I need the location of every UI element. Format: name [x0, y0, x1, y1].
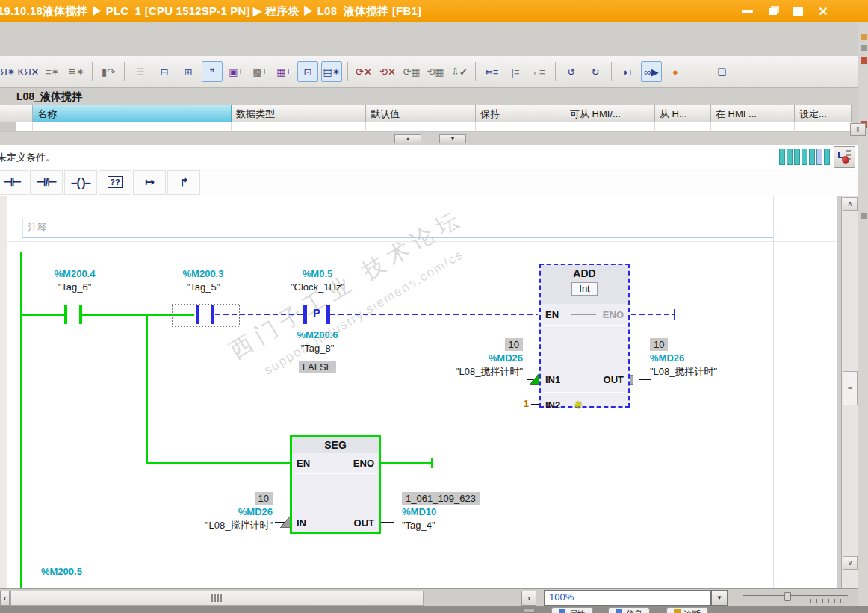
compare-icon[interactable]: ◑+	[617, 61, 638, 82]
keep-actual-values-icon[interactable]: ▮↷	[98, 61, 119, 82]
operand-seg-in[interactable]: 10 %MD26 "L08_搅拌计时"	[146, 492, 273, 532]
col-retain[interactable]	[476, 122, 565, 132]
editor-layout-icon[interactable]: ❏	[711, 61, 732, 82]
assignment-list-icon[interactable]: ⌐≡	[529, 61, 550, 82]
add-row-icon[interactable]: ≣✶	[66, 61, 87, 82]
col-setpoint[interactable]	[795, 122, 852, 132]
col-writable-hmi[interactable]	[655, 122, 711, 132]
col-marker[interactable]	[16, 105, 33, 122]
col-accessible-hmi[interactable]	[565, 122, 655, 132]
operand-clock1hz[interactable]: %M0.5 "Clock_1Hz"	[265, 267, 370, 294]
collapse-networks-icon[interactable]: ⊟	[154, 61, 175, 82]
scroll-left-icon[interactable]: ‹	[0, 591, 10, 606]
operand-tag5[interactable]: %M200.3 "Tag_5"	[151, 267, 255, 294]
col-setpoint[interactable]: 设定...	[795, 105, 852, 122]
update-block-call-icon[interactable]: ⟳▦	[401, 61, 422, 82]
network-list-icon[interactable]: ☰	[130, 61, 151, 82]
scroll-down-icon[interactable]: ∨	[843, 556, 858, 570]
splitter-down-icon[interactable]: ▼	[439, 134, 466, 143]
col-accessible-hmi[interactable]: 可从 HMI/...	[565, 105, 655, 122]
breakpoint-button[interactable]	[834, 146, 855, 168]
snapshot-icon[interactable]: ⟲▦	[425, 61, 446, 82]
col-default[interactable]	[366, 122, 476, 132]
consistency-check-icon[interactable]: ⇩✔	[449, 61, 470, 82]
close-branch-button[interactable]: ↱	[167, 170, 200, 195]
insert-row-icon[interactable]: ≡✶	[42, 61, 63, 82]
zoom-slider-thumb[interactable]	[784, 592, 791, 601]
prev-error-icon[interactable]: ⟲✕	[377, 61, 398, 82]
expand-networks-icon[interactable]: ⊞	[178, 61, 199, 82]
operand-add-in2-constant[interactable]: 1	[456, 398, 529, 409]
jump-forward-icon[interactable]: ↻	[585, 61, 606, 82]
zoom-slider[interactable]	[743, 592, 848, 604]
zoom-dropdown-icon[interactable]: ▼	[711, 590, 728, 606]
no-contact-button[interactable]: ⊣⊢	[0, 170, 28, 195]
col-name[interactable]: 名称	[33, 105, 232, 122]
monitor-bar	[787, 149, 793, 165]
restore-icon[interactable]	[765, 4, 780, 19]
add-block[interactable]: ADD Int EN ENO IN1 IN2 ✳ OUT	[539, 264, 630, 408]
operand-add-out[interactable]: 10 %MD26 "L08_搅拌计时"	[650, 338, 822, 379]
monitoring-icon[interactable]: ∞▶	[641, 61, 662, 82]
lad-editor-canvas[interactable]: 西门子工业 技术论坛 support.industry.siemens.com/…	[7, 196, 837, 588]
no-contact-symbol-tag6[interactable]	[64, 305, 82, 324]
absolute-operands-icon[interactable]: ▣±	[226, 61, 247, 82]
minimize-icon[interactable]	[740, 4, 754, 19]
col-row-head[interactable]	[0, 122, 16, 132]
col-name[interactable]	[33, 122, 232, 132]
condition-row: 未定义条件。	[0, 146, 868, 169]
delete-network-icon[interactable]: KЯ✕	[18, 61, 39, 82]
col-marker[interactable]	[16, 122, 33, 132]
splitter-bar[interactable]: ▲ ▼	[0, 132, 868, 146]
open-branch-button[interactable]: ↦	[133, 170, 166, 195]
col-datatype[interactable]	[232, 122, 366, 132]
horizontal-scrollbar[interactable]	[10, 591, 424, 606]
vertical-scroll-thumb[interactable]: ≡	[843, 371, 858, 405]
monitor-value-badge: 10	[650, 338, 668, 351]
load-preview-icon[interactable]: ⇐≡	[481, 61, 502, 82]
favorites-visible-icon[interactable]: ▤✶	[321, 61, 342, 82]
call-structure-icon[interactable]: |≡	[505, 61, 526, 82]
insert-network-icon[interactable]: KЯ✶	[0, 61, 15, 82]
green-power-rail-and-wires	[21, 252, 432, 588]
scroll-up-icon[interactable]: ∧	[843, 197, 858, 211]
col-writable-hmi[interactable]: 从 H...	[655, 105, 711, 122]
col-row-head[interactable]	[0, 105, 16, 122]
scroll-right-icon[interactable]: ›	[521, 591, 536, 606]
tab-diagnostics[interactable]: 诊断	[666, 607, 708, 613]
maximize-icon[interactable]	[790, 4, 805, 19]
seg-block[interactable]: SEG EN ENO IN OUT	[290, 435, 381, 534]
vertical-scrollbar[interactable]: ∧ ≡ ∨	[841, 196, 858, 588]
pin-en: EN	[545, 308, 559, 321]
col-datatype[interactable]: 数据类型	[232, 105, 366, 122]
operand-tag6[interactable]: %M200.4 "Tag_6"	[22, 267, 127, 294]
table-expand-icon[interactable]: ⇕	[850, 123, 866, 136]
tab-properties[interactable]: 属性	[551, 607, 593, 613]
col-retain[interactable]: 保持	[476, 105, 565, 122]
nc-contact-button[interactable]: ⊣/⊢	[30, 170, 63, 195]
col-visible-hmi[interactable]: 在 HMI ...	[711, 105, 795, 122]
tab-info[interactable]: 信息	[608, 607, 650, 613]
add-block-type[interactable]: Int	[571, 282, 597, 296]
splitter-up-icon[interactable]: ▲	[394, 134, 421, 143]
right-panel-edge[interactable]	[858, 22, 868, 613]
operand-edge-memory[interactable]: %M200.6 "Tag_8" FALSE	[265, 329, 370, 374]
network-comments-icon[interactable]: ❞	[202, 61, 223, 82]
operand-next-network[interactable]: %M200.5	[41, 565, 131, 579]
operand-seg-out[interactable]: 1_061_109_623 %MD10 "Tag_4"	[402, 492, 581, 532]
coil-button[interactable]: –( )–	[64, 170, 97, 195]
horizontal-scroll-thumb[interactable]	[211, 594, 223, 602]
jump-back-icon[interactable]: ↺	[561, 61, 582, 82]
col-default[interactable]: 默认值	[366, 105, 476, 122]
operand-add-in1[interactable]: 10 %MD26 "L08_搅拌计时"	[396, 338, 523, 379]
next-error-icon[interactable]: ⟳✕	[353, 61, 374, 82]
operand-format-icon[interactable]: ▦±	[273, 61, 294, 82]
empty-box-button[interactable]: ??	[99, 170, 131, 195]
col-visible-hmi[interactable]	[711, 122, 795, 132]
symbolic-operands-icon[interactable]: ▩±	[249, 61, 270, 82]
close-icon[interactable]: ✕	[816, 4, 831, 19]
data-log-icon[interactable]: ●	[665, 61, 686, 82]
no-contact-symbol-tag5[interactable]	[196, 305, 214, 324]
freeform-comments-icon[interactable]: ⊡	[297, 61, 318, 82]
zoom-level-combobox[interactable]: 100%	[544, 590, 711, 606]
